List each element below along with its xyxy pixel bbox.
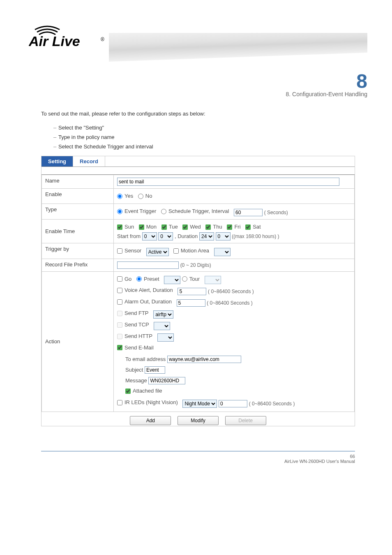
chk-mon[interactable] [139,224,144,230]
prefix-input[interactable] [117,261,179,269]
tab-record[interactable]: Record [73,156,105,166]
chk-ftp[interactable] [117,311,122,316]
chk-voice[interactable] [117,288,122,293]
type-schedule-text: Schedule Trigger, Interval [168,206,229,217]
step-3: –Select the Schedule Trigger and interva… [53,142,367,151]
enable-no-text: No [145,191,152,201]
delete-button[interactable]: Delete [225,416,266,425]
chapter-number: 8 [29,70,367,92]
intro-text: To send out the mail, please refer to th… [41,110,367,118]
alarm-hint: ( 0~86400 Seconds ) [207,300,253,306]
voice-hint: ( 0~86400 Seconds ) [208,289,254,294]
start-from-label: Start from [117,233,141,239]
max-hours-text: ((max 168:00 hours) ) [232,234,279,239]
message-label: Message [125,377,147,384]
chk-alarm[interactable] [117,299,122,305]
dur-hour-select[interactable]: 24 [199,232,214,240]
dur-min-select[interactable]: 0 [216,232,231,240]
start-hour-select[interactable]: 0 [142,232,157,240]
start-min-select[interactable]: 0 [158,232,173,240]
enable-no-radio[interactable] [138,194,143,199]
enable-yes-text: Yes [125,191,133,201]
ftp-select[interactable]: airftp [153,310,173,319]
chk-tue[interactable] [161,224,167,230]
tour-select[interactable] [205,276,221,284]
chk-attached[interactable] [125,388,131,394]
chk-sun[interactable] [117,224,122,230]
sensor-select[interactable]: Active [146,248,169,256]
type-event-radio[interactable] [117,209,122,214]
add-button[interactable]: Add [130,416,171,425]
enable-label: Enable [42,188,114,204]
radio-preset[interactable] [136,276,142,282]
trigger-by-label: Trigger by [42,243,114,259]
radio-tour[interactable] [182,276,187,282]
name-input[interactable] [117,178,339,186]
chk-mail[interactable] [117,345,122,350]
step-1: –Select the "Setting" [53,123,367,132]
subject-label: Subject [125,367,143,373]
enable-time-label: Enable Time [42,220,114,243]
type-schedule-radio[interactable] [161,209,166,214]
mail-to-input[interactable] [167,356,241,363]
subject-input[interactable] [145,366,165,374]
airlive-logo: Air Live ® [29,21,109,49]
svg-text:Air Live: Air Live [29,33,80,49]
type-label: Type [42,204,114,220]
settings-panel: Setting Record Name Enable Yes No Type [41,156,355,427]
enable-yes-radio[interactable] [117,194,122,199]
mail-to-label: To email address [125,356,166,362]
type-event-text: Event Trigger [125,206,156,217]
chk-wed[interactable] [182,224,188,230]
svg-text:®: ® [101,37,104,42]
name-label: Name [42,175,114,188]
voice-duration-input[interactable] [178,288,206,295]
chk-http[interactable] [117,334,122,339]
http-select[interactable] [157,333,174,342]
modify-button[interactable]: Modify [178,416,219,425]
prefix-label: Record File Prefix [42,259,114,271]
tcp-select[interactable] [154,322,170,330]
prefix-hint: (0 ~ 20 Digits) [180,262,211,268]
motion-select[interactable] [214,248,231,256]
header-swoosh [109,33,367,62]
interval-unit: ( Seconds) [264,210,288,215]
interval-input[interactable] [234,209,263,216]
chk-sensor[interactable] [117,248,122,254]
message-input[interactable] [148,377,185,384]
chk-fri[interactable] [227,224,232,230]
step-2: –Type in the policy name [53,132,367,142]
footer-text: AirLive WN-2600HD User's Manual [284,459,355,464]
chapter-title: 8. Configuration-Event Handling [29,91,367,97]
chk-tcp[interactable] [117,322,122,328]
action-label: Action [42,271,114,412]
alarm-duration-input[interactable] [177,299,205,307]
chk-motion[interactable] [173,248,179,254]
ir-hint: ( 0~86400 Seconds ) [249,401,295,407]
ir-duration-input[interactable] [219,400,247,407]
preset-select[interactable] [164,276,180,284]
chk-sat[interactable] [245,224,251,230]
duration-label: , Duration [175,233,198,239]
chk-thu[interactable] [205,224,211,230]
chk-ir[interactable] [117,400,122,405]
tab-setting[interactable]: Setting [42,156,73,166]
ir-mode-select[interactable]: Night Mode [182,400,217,408]
footer-page: 66 [284,454,355,459]
chk-go[interactable] [117,276,122,282]
